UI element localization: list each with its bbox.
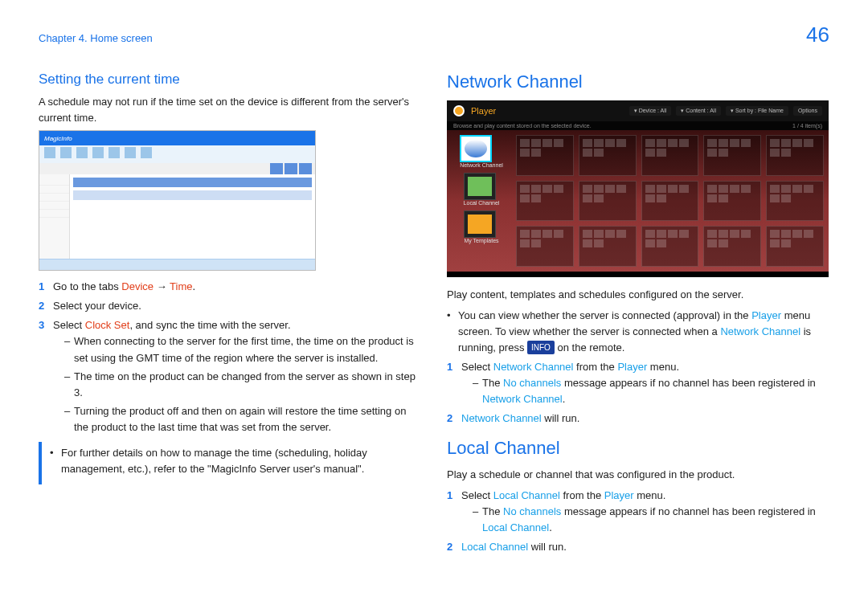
heading-local-channel: Local Channel — [447, 438, 829, 459]
step-3-sub-3: Turning the product off and then on agai… — [64, 403, 421, 435]
filter-device[interactable]: ▾ Device : All — [629, 106, 672, 116]
info-badge: INFO — [527, 341, 555, 355]
step-3-sub-2: The time on the product can be changed f… — [64, 369, 421, 401]
thumb-network-channel[interactable] — [460, 135, 492, 162]
filter-sort[interactable]: ▾ Sort by : File Name — [726, 106, 788, 116]
thumb-local-channel[interactable] — [464, 173, 496, 200]
heading-network-channel: Network Channel — [447, 72, 829, 92]
player-icon — [453, 105, 465, 116]
step-2: Select your device. — [39, 298, 421, 314]
net-bullet-1: You can view whether the server is conne… — [447, 308, 829, 356]
loc-step-1-sub: The No channels message appears if no ch… — [473, 504, 829, 536]
net-step-1: Select Network Channel from the Player m… — [447, 359, 829, 407]
loc-intro: Play a schedule or channel that was conf… — [447, 467, 829, 483]
chapter-label: Chapter 4. Home screen — [39, 32, 153, 44]
player-screenshot: Player ▾ Device : All ▾ Content : All ▾ … — [447, 100, 829, 277]
heading-setting-time: Setting the current time — [39, 72, 421, 88]
magicinfo-screenshot: MagicInfo — [39, 130, 316, 271]
note-callout: For further details on how to manage the… — [39, 442, 421, 484]
loc-step-1: Select Local Channel from the Player men… — [447, 488, 829, 536]
net-intro: Play content, templates and schedules co… — [447, 287, 829, 303]
net-step-1-sub: The No channels message appears if no ch… — [473, 375, 829, 407]
page-number: 46 — [806, 22, 829, 47]
step-3: Select Clock Set, and sync the time with… — [39, 317, 421, 435]
thumb-my-templates[interactable] — [464, 210, 496, 238]
step-3-sub-1: When connecting to the server for the fi… — [64, 333, 421, 366]
intro-text: A schedule may not run if the time set o… — [39, 94, 421, 125]
options-button[interactable]: Options — [793, 106, 822, 116]
net-step-2: Network Channel will run. — [447, 411, 829, 427]
filter-content[interactable]: ▾ Content : All — [676, 106, 721, 116]
loc-step-2: Local Channel will run. — [447, 539, 829, 555]
player-title: Player — [471, 106, 496, 116]
step-1: Go to the tabs Device → Time. — [39, 279, 421, 295]
